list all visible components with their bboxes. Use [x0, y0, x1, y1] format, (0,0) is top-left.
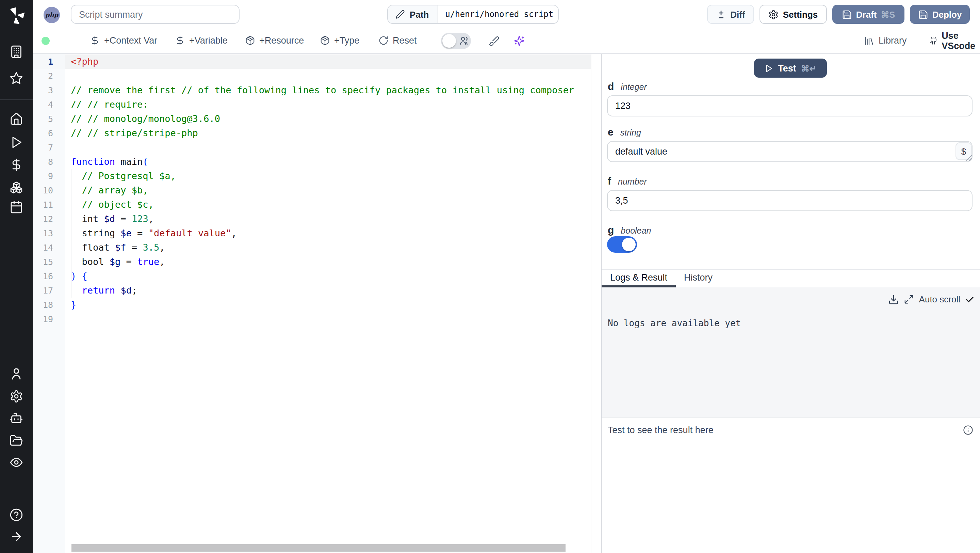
code-line[interactable]: 18} [33, 298, 601, 312]
code-line[interactable]: 12 int $d = 123, [33, 212, 601, 226]
windmill-logo-icon[interactable] [7, 6, 26, 25]
workers-bot-icon[interactable] [10, 411, 23, 425]
line-number: 11 [33, 198, 65, 212]
arg-toggle-g[interactable] [607, 236, 637, 253]
audit-eye-icon[interactable] [10, 456, 23, 469]
editor-toolbar: +Context Var +Variable +Resource +Type R… [33, 28, 980, 54]
add-context-var-button[interactable]: +Context Var [90, 28, 157, 53]
save-draft-button[interactable]: Draft ⌘S [832, 5, 904, 24]
line-number: 6 [33, 126, 65, 140]
reset-button[interactable]: Reset [379, 28, 417, 53]
code-line[interactable]: 4// // require: [33, 97, 601, 112]
script-summary-input[interactable] [71, 5, 240, 24]
arg-input-f[interactable] [607, 190, 972, 211]
user-icon[interactable] [10, 367, 23, 381]
code-lines[interactable]: 1<?php23// remove the first // of the fo… [33, 54, 601, 326]
code-line[interactable]: 19 [33, 312, 601, 326]
add-resource-button[interactable]: +Resource [245, 28, 304, 53]
format-brush-button[interactable] [488, 28, 500, 53]
code-text[interactable]: function main( [65, 155, 148, 169]
code-editor[interactable]: 1<?php23// remove the first // of the fo… [33, 54, 601, 553]
tab-logs-result[interactable]: Logs & Result [601, 269, 676, 285]
reset-label: Reset [393, 35, 417, 46]
expand-logs-icon[interactable] [904, 294, 914, 304]
code-text[interactable]: } [65, 298, 76, 312]
code-line[interactable]: 14 float $f = 3.5, [33, 241, 601, 255]
code-text[interactable]: // Postgresql $a, [65, 169, 176, 183]
code-text[interactable]: // // stripe/stripe-php [65, 126, 198, 140]
line-number: 9 [33, 169, 65, 183]
folders-icon[interactable] [10, 434, 23, 448]
gear-icon [769, 9, 779, 19]
resources-boxes-icon[interactable] [10, 180, 23, 194]
code-text[interactable]: bool $g = true, [65, 255, 165, 269]
code-text[interactable]: // array $b, [65, 183, 148, 198]
arg-label-g: g boolean [608, 224, 651, 236]
code-text[interactable]: string $e = "default value", [65, 226, 237, 241]
add-type-button[interactable]: +Type [320, 28, 360, 53]
code-line[interactable]: 8function main( [33, 155, 601, 169]
code-line[interactable]: 11 // object $c, [33, 198, 601, 212]
code-line[interactable]: 6// // stripe/stripe-php [33, 126, 601, 140]
arg-input-e[interactable]: default value [607, 141, 972, 162]
code-text[interactable]: <?php [65, 54, 98, 69]
arg-input-d[interactable] [607, 96, 972, 116]
checkmark-icon[interactable] [965, 295, 975, 304]
library-button[interactable]: Library [864, 28, 907, 53]
diff-button[interactable]: Diff [707, 5, 754, 24]
settings-gear-icon[interactable] [10, 390, 23, 403]
tab-history[interactable]: History [676, 269, 721, 285]
path-label-section[interactable]: Path [388, 5, 438, 23]
code-text[interactable]: // // require: [65, 97, 148, 112]
path-value[interactable]: u/henri/honored_script [438, 5, 559, 23]
ai-assistant-button[interactable] [514, 28, 525, 53]
schedules-calendar-icon[interactable] [10, 200, 23, 214]
auto-scroll-label[interactable]: Auto scroll [919, 294, 960, 304]
help-circle-icon[interactable] [10, 508, 23, 522]
code-text[interactable]: // object $c, [65, 198, 154, 212]
logs-empty-message: No logs are available yet [608, 318, 741, 328]
add-variable-button[interactable]: +Variable [175, 28, 228, 53]
code-line[interactable]: 5// // monolog/monolog@3.6.0 [33, 112, 601, 126]
code-line[interactable]: 2 [33, 69, 601, 83]
code-line[interactable]: 17 return $d; [33, 283, 601, 298]
deploy-button[interactable]: Deploy [910, 5, 970, 24]
code-text[interactable] [65, 312, 71, 326]
download-logs-icon[interactable] [888, 294, 899, 305]
use-vscode-button[interactable]: Use VScode [930, 28, 980, 53]
code-line[interactable]: 9 // Postgresql $a, [33, 169, 601, 183]
horizontal-scrollbar[interactable] [72, 544, 566, 551]
settings-button[interactable]: Settings [759, 5, 827, 24]
code-text[interactable]: ) { [65, 269, 88, 283]
arg-type: string [620, 128, 641, 137]
code-line[interactable]: 15 bool $g = true, [33, 255, 601, 269]
test-button[interactable]: Test ⌘↵ [754, 59, 827, 78]
line-number: 4 [33, 97, 65, 112]
code-line[interactable]: 13 string $e = "default value", [33, 226, 601, 241]
code-text[interactable]: // // monolog/monolog@3.6.0 [65, 112, 220, 126]
code-text[interactable]: int $d = 123, [65, 212, 154, 226]
code-text[interactable]: float $f = 3.5, [65, 241, 165, 255]
code-text[interactable] [65, 140, 71, 155]
code-line[interactable]: 10 // array $b, [33, 183, 601, 198]
code-text[interactable]: return $d; [65, 283, 137, 298]
library-icon [864, 35, 875, 46]
workspace-building-icon[interactable] [10, 45, 23, 59]
home-icon[interactable] [10, 112, 23, 126]
runs-play-icon[interactable] [10, 135, 23, 149]
script-path[interactable]: Path u/henri/honored_script [387, 5, 559, 24]
code-line[interactable]: 3// remove the first // of the following… [33, 83, 601, 97]
info-icon[interactable] [963, 425, 973, 435]
expand-sidebar-arrow-icon[interactable] [10, 530, 23, 543]
code-text[interactable]: // remove the first // of the following … [65, 83, 574, 97]
favorites-star-icon[interactable] [10, 72, 23, 85]
resize-grip-icon[interactable] [966, 155, 972, 161]
code-line[interactable]: 16) { [33, 269, 601, 283]
code-text[interactable] [65, 69, 71, 83]
code-line[interactable]: 1<?php [33, 54, 601, 69]
variables-dollar-icon[interactable] [10, 158, 23, 172]
editor-scroll-track [591, 54, 592, 553]
multiplayer-button[interactable] [459, 28, 469, 53]
code-line[interactable]: 7 [33, 140, 601, 155]
line-number: 17 [33, 283, 65, 298]
